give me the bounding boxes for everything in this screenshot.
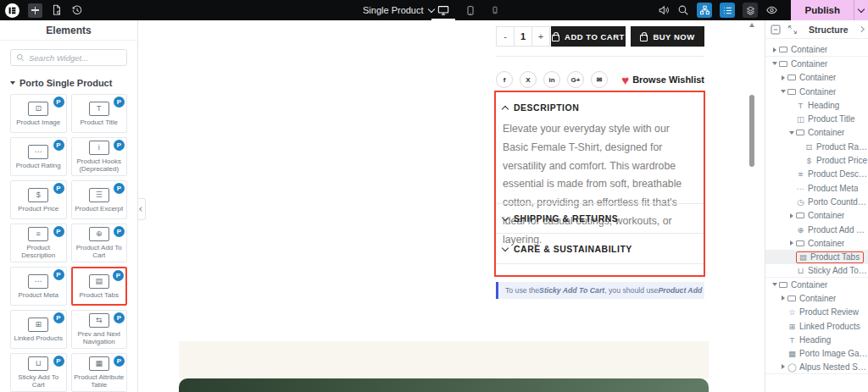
structure-item-container[interactable]: Container	[765, 209, 868, 223]
expand-all-icon[interactable]	[787, 25, 798, 35]
publish-options-button[interactable]	[854, 0, 868, 20]
add-to-cart-button[interactable]: ADD TO CART	[551, 26, 626, 47]
product-tabs-widget-selected[interactable]: DESCRIPTION Elevate your everyday style …	[494, 91, 705, 277]
structure-item-container[interactable]: Container	[765, 126, 868, 140]
structure-item-container[interactable]: Container	[765, 57, 868, 70]
structure-item-porto-countdown-timer[interactable]: ◷Porto Countdown Timer	[765, 195, 868, 208]
quantity-stepper: - 1 +	[496, 26, 550, 47]
quantity-value[interactable]: 1	[514, 26, 532, 47]
page-settings-icon[interactable]	[51, 4, 63, 16]
structure-item-product-rating[interactable]: ⊡Product Rating	[765, 140, 868, 153]
scrollbar-up-arrow[interactable]	[749, 23, 754, 27]
widget-card-linked-products[interactable]: P⊞Linked Products	[10, 310, 67, 349]
structure-item-product-price[interactable]: $Product Price	[765, 153, 868, 167]
widget-card-product-add-to-cart[interactable]: P⊕Product Add To Cart	[71, 224, 128, 262]
document-switcher[interactable]: Single Product	[363, 0, 434, 20]
section-porto-single-product[interactable]: Porto Single Product	[0, 71, 137, 94]
elementor-logo[interactable]	[5, 3, 19, 18]
structure-item-product-review[interactable]: ☆Product Review	[765, 306, 868, 319]
collapse-arrow-icon[interactable]	[771, 283, 779, 286]
widget-card-product-hooks-deprecated[interactable]: PiProduct Hooks (Deprecated)	[71, 137, 128, 176]
search-icon	[16, 53, 25, 62]
structure-item-container[interactable]: Container	[765, 278, 868, 291]
structure-item-container[interactable]: Container	[765, 85, 868, 98]
structure-panel-icon[interactable]	[697, 3, 712, 18]
structure-item-heading[interactable]: THeading	[765, 98, 868, 112]
responsive-mode-switcher	[428, 0, 508, 20]
widget-card-product-title[interactable]: PTProduct Title	[71, 94, 128, 133]
structure-item-label: Container	[791, 280, 827, 290]
structure-item-container[interactable]: Container	[765, 236, 868, 250]
expand-arrow-icon[interactable]	[787, 240, 796, 246]
structure-item-container[interactable]: Container	[765, 71, 868, 85]
structure-item-sticky-add-to-cart[interactable]: ⊔Sticky Add To Cart	[765, 264, 868, 278]
structure-item-porto-image-gallery[interactable]: ▦Porto Image Gallery	[765, 347, 868, 361]
pro-badge: P	[114, 140, 125, 151]
widget-card-product-image[interactable]: P⊡Product Image	[10, 94, 67, 133]
collapse-arrow-icon[interactable]	[779, 90, 787, 93]
collapse-all-icon[interactable]	[771, 25, 781, 35]
structure-item-linked-products[interactable]: ⊞Linked Products	[765, 319, 868, 333]
expand-arrow-icon[interactable]	[779, 364, 787, 369]
google-plus-share-button[interactable]: G+	[567, 71, 584, 88]
search-input[interactable]: Search Widget...	[10, 49, 127, 66]
widget-card-product-rating[interactable]: P⋯Product Rating	[10, 137, 67, 176]
structure-item-alpus-nested-slider[interactable]: ◯Alpus Nested Slider	[765, 361, 868, 374]
buy-now-button[interactable]: BUY NOW	[631, 26, 704, 47]
email-share-button[interactable]: ✉	[591, 71, 608, 88]
structure-item-label: Container	[799, 87, 836, 97]
widget-card-product-meta[interactable]: P⋯Product Meta	[10, 267, 67, 306]
add-element-button[interactable]	[28, 3, 42, 18]
structure-item-heading[interactable]: THeading	[765, 333, 868, 346]
accordion-header-shipping[interactable]: SHIPPING & RETURNS	[503, 213, 618, 224]
browse-wishlist-link[interactable]: ♥ Browse Wishlist	[621, 74, 704, 86]
widget-card-sticky-add-to-cart[interactable]: P⊔Sticky Add To Cart	[10, 353, 67, 392]
close-panel-chevron-icon[interactable]	[859, 26, 864, 31]
widget-card-product-attribute-table[interactable]: P▦Product Attribute Table	[71, 353, 128, 392]
accordion-header-care[interactable]: CARE & SUSTAINABILITY	[503, 244, 632, 254]
x-twitter-share-button[interactable]: X	[520, 71, 537, 88]
product-excerpt-icon: ☰	[89, 188, 109, 202]
publish-button[interactable]: Publish	[791, 0, 854, 20]
structure-item-container[interactable]: Container	[765, 43, 868, 57]
widget-card-product-excerpt[interactable]: P☰Product Excerpt	[71, 180, 128, 219]
whats-new-icon[interactable]	[658, 4, 670, 16]
structure-item-product-tabs[interactable]: ▤Product Tabs	[765, 250, 868, 263]
history-icon[interactable]	[71, 4, 83, 16]
container-icon	[796, 213, 804, 218]
expand-arrow-icon[interactable]	[779, 75, 787, 80]
facebook-share-button[interactable]: f	[496, 71, 513, 88]
search-icon[interactable]	[677, 4, 689, 16]
structure-item-label: Container	[799, 73, 836, 82]
quantity-plus-button[interactable]: +	[531, 26, 550, 47]
widget-card-prev-and-next-navigation[interactable]: P⇆Prev and Next Navigation	[71, 310, 128, 349]
tablet-mode-icon[interactable]	[465, 0, 476, 20]
structure-item-product-add-to-cart[interactable]: ⊕Product Add To Cart	[765, 223, 868, 236]
structure-item-product-meta[interactable]: ⋯Product Meta	[765, 181, 868, 195]
collapse-arrow-icon[interactable]	[787, 131, 796, 135]
notice-text-segment: To use the	[505, 286, 539, 295]
expand-arrow-icon[interactable]	[787, 213, 796, 218]
panel-collapse-handle[interactable]	[138, 198, 146, 220]
accordion-header-description[interactable]: DESCRIPTION	[503, 102, 579, 113]
porto-image-gallery-icon: ▦	[787, 349, 797, 358]
widget-card-product-description[interactable]: P≡Product Description	[10, 224, 67, 262]
canvas-scrollbar[interactable]	[749, 95, 754, 167]
preview-eye-icon[interactable]	[765, 4, 778, 16]
linkedin-share-button[interactable]: in	[543, 71, 560, 88]
navigator-list-icon[interactable]	[720, 3, 735, 18]
expand-arrow-icon[interactable]	[779, 295, 787, 301]
expand-arrow-icon[interactable]	[771, 47, 779, 52]
revisions-layers-icon[interactable]	[743, 3, 758, 18]
collapse-arrow-icon[interactable]	[771, 62, 779, 65]
widget-card-product-price[interactable]: P$Product Price	[10, 180, 67, 219]
structure-item-product-description[interactable]: ≡Product Description	[765, 168, 868, 181]
desktop-mode-icon[interactable]	[437, 0, 450, 20]
structure-item-container[interactable]: Container	[765, 291, 868, 305]
quantity-minus-button[interactable]: -	[496, 26, 515, 47]
structure-item-product-title[interactable]: ◫Product Title	[765, 112, 868, 125]
pro-badge: P	[53, 140, 64, 151]
product-title-icon: ◫	[796, 114, 805, 124]
widget-card-product-tabs[interactable]: P▤Product Tabs	[71, 267, 128, 306]
mobile-mode-icon[interactable]	[491, 0, 499, 20]
